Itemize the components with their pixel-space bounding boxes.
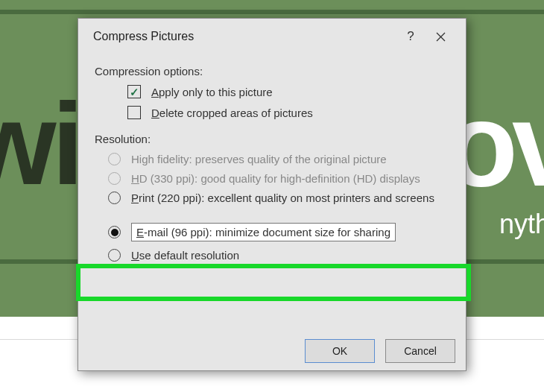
apply-only-row[interactable]: Apply only to this picture (127, 85, 449, 98)
dialog-titlebar: Compress Pictures ? (78, 19, 466, 63)
help-button[interactable]: ? (396, 26, 426, 47)
compress-pictures-dialog: Compress Pictures ? Compression options:… (78, 18, 466, 371)
resolution-high-fidelity-radio[interactable] (108, 153, 121, 165)
resolution-email-radio[interactable] (108, 226, 121, 238)
resolution-email-mnemonic: E (136, 226, 144, 238)
resolution-hd-mnemonic: H (131, 172, 139, 185)
resolution-email-label: E-mail (96 ppi): minimize document size … (131, 223, 396, 241)
resolution-high-fidelity-label: High fidelity: preserves quality of the … (131, 153, 387, 165)
resolution-print-radio[interactable] (108, 192, 121, 204)
resolution-default-label: Use default resolution (131, 249, 239, 262)
delete-cropped-text: elete cropped areas of pictures (159, 107, 313, 119)
resolution-hd-label: HD (330 ppi): good quality for high-defi… (131, 172, 420, 185)
dialog-title: Compress Pictures (93, 30, 396, 43)
resolution-email-row[interactable]: E-mail (96 ppi): minimize document size … (108, 223, 449, 241)
apply-only-label: Apply only to this picture (151, 86, 273, 98)
resolution-hd-radio[interactable] (108, 172, 121, 185)
bg-brand-left: wi (0, 78, 80, 211)
compression-options-label: Compression options: (95, 65, 449, 78)
close-icon (436, 32, 446, 42)
apply-only-text: pply only to this picture (159, 86, 273, 98)
bg-accent-line-top (0, 10, 544, 14)
resolution-default-radio[interactable] (108, 249, 121, 262)
resolution-default-text: se default resolution (139, 249, 239, 262)
resolution-default-row[interactable]: Use default resolution (108, 249, 449, 262)
delete-cropped-checkbox[interactable] (127, 106, 141, 119)
resolution-print-text: rint (220 ppi): excellent quality on mos… (139, 192, 434, 204)
delete-cropped-label: Delete cropped areas of pictures (151, 107, 313, 119)
resolution-high-fidelity-row[interactable]: High fidelity: preserves quality of the … (108, 153, 449, 165)
dialog-content: Compression options: Apply only to this … (78, 65, 466, 262)
bg-subtitle: nyth (499, 209, 544, 240)
cancel-button[interactable]: Cancel (385, 339, 455, 363)
apply-only-mnemonic: A (151, 86, 159, 98)
close-button[interactable] (426, 26, 455, 47)
dialog-button-bar: OK Cancel (305, 339, 455, 363)
resolution-hd-row[interactable]: HD (330 ppi): good quality for high-defi… (108, 172, 449, 185)
resolution-hd-text: D (330 ppi): good quality for high-defin… (139, 172, 420, 185)
resolution-print-row[interactable]: Print (220 ppi): excellent quality on mo… (108, 192, 449, 204)
delete-cropped-row[interactable]: Delete cropped areas of pictures (127, 106, 449, 119)
resolution-email-text: -mail (96 ppi): minimize document size f… (144, 226, 390, 238)
resolution-label: Resolution: (95, 133, 449, 145)
resolution-print-mnemonic: P (131, 192, 139, 204)
resolution-print-label: Print (220 ppi): excellent quality on mo… (131, 192, 434, 204)
resolution-default-mnemonic: U (131, 249, 139, 262)
apply-only-checkbox[interactable] (127, 85, 141, 98)
ok-button[interactable]: OK (305, 339, 375, 363)
bg-brand-left-text: wi (0, 80, 80, 209)
delete-cropped-mnemonic: D (151, 107, 159, 119)
